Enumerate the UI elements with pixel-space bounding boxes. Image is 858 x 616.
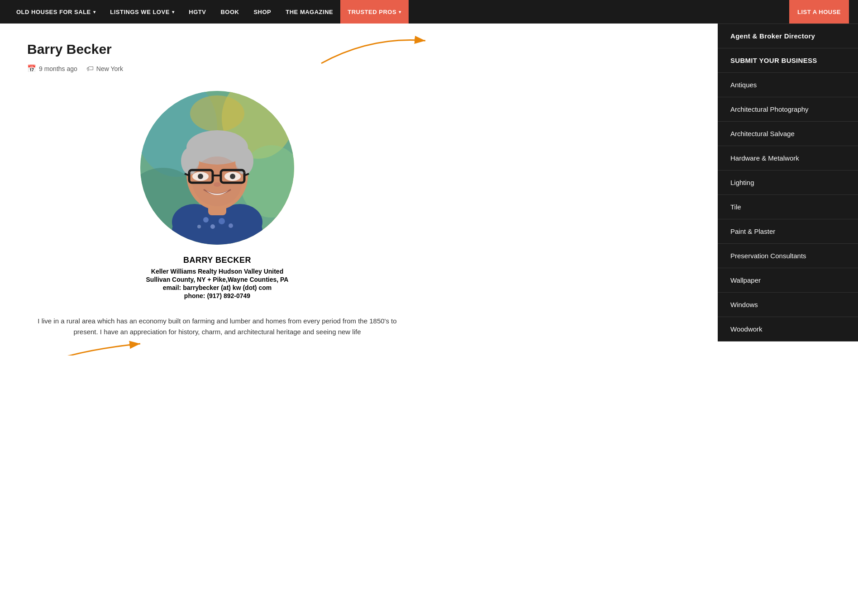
dropdown-item-architectural-salvage[interactable]: Architectural Salvage — [718, 122, 858, 146]
dropdown-item-preservation-consultants[interactable]: Preservation Consultants — [718, 244, 858, 268]
svg-point-11 — [210, 224, 215, 229]
nav-old-houses[interactable]: OLD HOUSES FOR SALE ▾ — [9, 0, 103, 24]
dropdown-item-submit-business[interactable]: SUBMIT YOUR BUSINESS — [718, 48, 858, 73]
dropdown-item-woodwork[interactable]: Woodwork — [718, 317, 858, 341]
profile-phone: phone: (917) 892-0749 — [184, 292, 250, 299]
profile-image — [140, 91, 294, 245]
page-title: Barry Becker — [27, 42, 407, 57]
nav-shop[interactable]: SHOP — [246, 0, 278, 24]
dropdown-item-windows[interactable]: Windows — [718, 293, 858, 317]
main-content: Barry Becker 📅 9 months ago 🏷 New York — [0, 24, 434, 355]
svg-point-29 — [230, 174, 235, 179]
svg-point-30 — [214, 182, 221, 187]
list-a-house-button[interactable]: LIST A HOUSE — [789, 0, 849, 24]
time-ago: 9 months ago — [39, 65, 77, 72]
tag-icon: 🏷 — [86, 65, 94, 73]
dropdown-item-hardware-metalwork[interactable]: Hardware & Metalwork — [718, 146, 858, 171]
location-meta: 🏷 New York — [86, 65, 123, 73]
profile-svg — [140, 91, 294, 245]
dropdown-item-lighting[interactable]: Lighting — [718, 171, 858, 195]
svg-point-13 — [229, 223, 233, 228]
svg-point-12 — [219, 218, 225, 224]
dropdown-item-antiques[interactable]: Antiques — [718, 73, 858, 97]
chevron-icon: ▾ — [399, 9, 401, 14]
profile-email: email: barrybecker (at) kw (dot) com — [163, 284, 272, 291]
svg-point-6 — [190, 95, 244, 132]
nav-book[interactable]: BOOK — [213, 0, 246, 24]
dropdown-item-paint-plaster[interactable]: Paint & Plaster — [718, 219, 858, 244]
nav-trusted-pros[interactable]: TRUSTED PROS ▾ — [340, 0, 408, 24]
nav-listings[interactable]: LISTINGS WE LOVE ▾ — [103, 0, 181, 24]
dropdown-item-tile[interactable]: Tile — [718, 195, 858, 219]
profile-address: Sullivan County, NY + Pike,Wayne Countie… — [146, 276, 289, 283]
navbar: OLD HOUSES FOR SALE ▾ LISTINGS WE LOVE ▾… — [0, 0, 858, 24]
calendar-icon: 📅 — [27, 64, 36, 73]
profile-section: BARRY BECKER Keller Williams Realty Huds… — [100, 91, 335, 308]
svg-point-20 — [192, 156, 242, 206]
svg-point-14 — [197, 225, 201, 228]
nav-magazine[interactable]: THE MAGAZINE — [278, 0, 340, 24]
nav-hgtv[interactable]: HGTV — [181, 0, 213, 24]
profile-company: Keller Williams Realty Hudson Valley Uni… — [151, 268, 283, 275]
dropdown-item-agent-broker[interactable]: Agent & Broker Directory — [718, 24, 858, 48]
date-meta: 📅 9 months ago — [27, 64, 77, 73]
location: New York — [96, 65, 123, 72]
dropdown-item-wallpaper[interactable]: Wallpaper — [718, 268, 858, 293]
svg-point-28 — [198, 174, 203, 179]
trusted-pros-dropdown: Agent & Broker Directory SUBMIT YOUR BUS… — [718, 24, 858, 341]
dropdown-item-architectural-photography[interactable]: Architectural Photography — [718, 97, 858, 122]
bio-text: I live in a rural area which has an econ… — [32, 316, 403, 337]
svg-point-10 — [203, 217, 209, 223]
page-wrapper: OLD HOUSES FOR SALE ▾ LISTINGS WE LOVE ▾… — [0, 0, 858, 355]
chevron-icon: ▾ — [93, 9, 96, 14]
profile-display-name: BARRY BECKER — [183, 256, 251, 265]
meta-row: 📅 9 months ago 🏷 New York — [27, 64, 407, 73]
chevron-icon: ▾ — [172, 9, 175, 14]
